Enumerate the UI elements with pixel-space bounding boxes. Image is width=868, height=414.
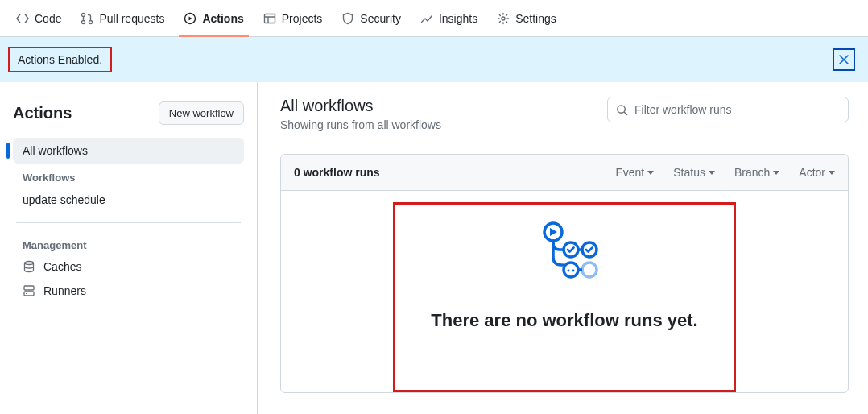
filter-branch[interactable]: Branch (734, 166, 779, 179)
main-header: All workflows Showing runs from all work… (280, 97, 849, 131)
tab-code[interactable]: Code (10, 0, 68, 36)
svg-point-1 (82, 20, 85, 23)
new-workflow-button[interactable]: New workflow (159, 101, 244, 125)
workflow-graphic-icon (531, 221, 598, 285)
page-subtitle: Showing runs from all workflows (280, 118, 441, 131)
sidebar-item-label: Caches (43, 260, 81, 273)
tab-label: Security (360, 13, 401, 24)
svg-point-18 (572, 270, 575, 272)
sidebar-workflow-item[interactable]: update schedule (13, 187, 244, 213)
sidebar-header: Actions New workflow (13, 101, 244, 125)
runs-list-body: There are no workflow runs yet. (281, 191, 848, 392)
empty-state-highlight: There are no workflow runs yet. (393, 202, 735, 392)
page-content: Actions New workflow All workflows Workf… (0, 82, 868, 414)
svg-point-5 (502, 17, 505, 20)
caret-down-icon (647, 171, 654, 175)
empty-state-text: There are no workflow runs yet. (431, 310, 697, 331)
main-title-block: All workflows Showing runs from all work… (280, 97, 441, 131)
sidebar-group-management: Management (13, 233, 244, 255)
banner-highlight: Actions Enabled. (8, 47, 112, 72)
svg-rect-4 (264, 14, 275, 23)
svg-point-2 (89, 20, 93, 23)
svg-rect-8 (24, 292, 34, 296)
tab-label: Actions (202, 13, 243, 24)
filter-event[interactable]: Event (615, 166, 654, 179)
shield-icon (341, 12, 354, 25)
search-box[interactable] (607, 97, 849, 122)
sidebar-item-label: Runners (43, 284, 86, 297)
gear-icon (497, 12, 510, 25)
tab-actions[interactable]: Actions (177, 0, 250, 36)
tab-label: Code (35, 13, 61, 24)
runs-list: 0 workflow runs Event Status Branch (280, 154, 849, 393)
caret-down-icon (829, 171, 835, 175)
tab-projects[interactable]: Projects (257, 0, 329, 36)
runs-list-header: 0 workflow runs Event Status Branch (281, 155, 848, 191)
filter-label: Event (615, 166, 644, 179)
caret-down-icon (773, 171, 779, 175)
svg-point-10 (26, 293, 27, 294)
database-icon (23, 260, 35, 273)
tab-security[interactable]: Security (335, 0, 407, 36)
table-icon (263, 12, 276, 25)
filter-status[interactable]: Status (673, 166, 715, 179)
search-icon (616, 104, 628, 116)
tab-label: Projects (282, 13, 323, 24)
tab-label: Insights (439, 13, 477, 24)
runs-count: 0 workflow runs (294, 166, 380, 179)
workflow-illustration (531, 221, 598, 288)
svg-point-0 (82, 13, 85, 16)
svg-point-6 (25, 262, 34, 265)
sidebar-runners[interactable]: Runners (13, 279, 244, 303)
caret-down-icon (709, 171, 715, 175)
main-area: All workflows Showing runs from all work… (258, 82, 868, 414)
server-icon (23, 284, 35, 297)
sidebar-divider (16, 222, 241, 223)
svg-point-17 (568, 270, 570, 272)
tab-insights[interactable]: Insights (414, 0, 484, 36)
tab-label: Settings (515, 13, 556, 24)
svg-point-9 (26, 288, 27, 288)
graph-icon (420, 12, 433, 25)
tab-label: Pull requests (99, 13, 164, 24)
close-icon (838, 54, 849, 65)
sidebar-title: Actions (13, 104, 72, 122)
filter-label: Actor (799, 166, 825, 179)
svg-point-16 (564, 263, 578, 277)
banner-close-highlight (833, 48, 855, 71)
filter-label: Branch (734, 166, 770, 179)
banner-close-button[interactable] (836, 52, 852, 68)
sidebar-caches[interactable]: Caches (13, 255, 244, 279)
tab-pullrequests[interactable]: Pull requests (74, 0, 171, 36)
tab-settings[interactable]: Settings (490, 0, 563, 36)
svg-rect-7 (24, 286, 34, 290)
repo-topnav: Code Pull requests Actions Projects Secu… (0, 0, 868, 37)
banner-text: Actions Enabled. (18, 53, 102, 66)
sidebar-all-workflows[interactable]: All workflows (13, 138, 244, 164)
actions-sidebar: Actions New workflow All workflows Workf… (0, 82, 258, 414)
filter-label: Status (673, 166, 705, 179)
runs-filters: Event Status Branch Actor (615, 166, 835, 179)
sidebar-group-workflows: Workflows (13, 165, 244, 187)
svg-point-19 (582, 263, 597, 277)
play-circle-icon (184, 12, 196, 25)
filter-actor[interactable]: Actor (799, 166, 835, 179)
code-icon (16, 12, 29, 25)
git-pull-request-icon (81, 12, 93, 25)
flash-banner: Actions Enabled. (0, 37, 868, 82)
search-input[interactable] (634, 103, 840, 116)
page-title: All workflows (280, 97, 441, 115)
